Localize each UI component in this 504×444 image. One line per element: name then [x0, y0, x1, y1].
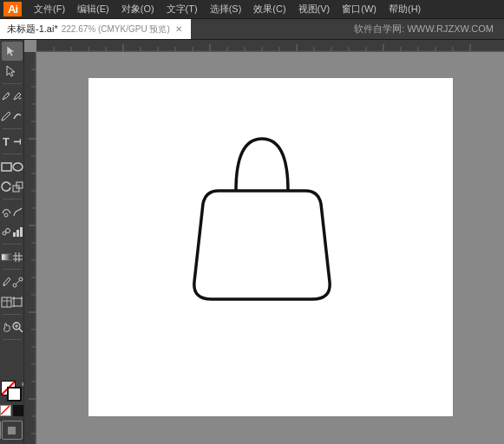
tool-separator-6 — [3, 269, 22, 270]
menu-help[interactable]: 帮助(H) — [383, 1, 426, 17]
stroke-color[interactable] — [7, 387, 22, 402]
menu-select[interactable]: 选择(S) — [205, 1, 247, 17]
tab-bar: 未标题-1.ai* 222.67% (CMYK/GPU 预览) ✕ 软件自学网:… — [0, 19, 504, 40]
svg-point-5 — [13, 163, 23, 171]
tool-reshape[interactable] — [12, 202, 23, 221]
menu-file[interactable]: 文件(F) — [29, 1, 70, 17]
screen-mode-buttons — [0, 421, 24, 442]
tool-gradient[interactable] — [1, 247, 12, 266]
svg-point-9 — [4, 213, 8, 217]
menu-bar: Ai 文件(F) 编辑(E) 对象(O) 文字(T) 选择(S) 效果(C) 视… — [0, 0, 504, 19]
tool-blend[interactable] — [12, 272, 23, 291]
svg-point-2 — [8, 93, 10, 95]
svg-marker-0 — [7, 46, 15, 56]
tool-pair-warp — [1, 202, 23, 221]
tool-zoom[interactable] — [12, 317, 23, 336]
tool-mesh[interactable] — [12, 247, 23, 266]
black-color-button[interactable] — [13, 405, 24, 416]
tool-pair-type: T T — [1, 132, 23, 151]
menu-effect[interactable]: 效果(C) — [248, 1, 291, 17]
tool-ellipse[interactable] — [12, 157, 23, 176]
menu-text[interactable]: 文字(T) — [161, 1, 203, 17]
tool-pair-rotate — [1, 177, 23, 196]
tool-symbol[interactable] — [1, 222, 12, 241]
tool-separator-7 — [3, 314, 22, 315]
color-boxes[interactable]: ⇄ — [1, 381, 23, 403]
svg-point-10 — [3, 232, 6, 235]
tool-pair-nav — [1, 317, 23, 336]
svg-rect-4 — [2, 163, 11, 171]
tool-pair-pencil — [1, 107, 23, 126]
svg-point-16 — [3, 284, 4, 286]
bag-drawing — [175, 121, 349, 312]
tool-artboard[interactable] — [12, 292, 23, 311]
svg-rect-23 — [14, 298, 22, 306]
tab-label: 未标题-1.ai* — [7, 23, 58, 36]
svg-point-11 — [5, 228, 10, 232]
tab-close-button[interactable]: ✕ — [173, 24, 184, 34]
tool-rectangle[interactable] — [1, 157, 12, 176]
tool-type-vertical[interactable]: T — [12, 132, 23, 151]
svg-text:+: + — [18, 95, 22, 101]
svg-marker-1 — [7, 66, 15, 76]
tool-pair-slice — [1, 292, 23, 311]
none-color-button[interactable] — [0, 405, 11, 416]
screen-mode-full-menu[interactable] — [2, 421, 23, 440]
main-area: + T T — [0, 40, 504, 444]
svg-rect-15 — [2, 254, 11, 260]
svg-rect-13 — [16, 230, 19, 237]
svg-point-18 — [19, 278, 23, 281]
tab-active[interactable]: 未标题-1.ai* 222.67% (CMYK/GPU 预览) ✕ — [0, 19, 192, 39]
tool-pair-pen: + — [1, 87, 23, 106]
tool-separator-5 — [3, 244, 22, 245]
tool-pair-gradient — [1, 247, 23, 266]
svg-line-29 — [19, 329, 23, 332]
ruler-left — [24, 52, 36, 444]
menu-edit[interactable]: 编辑(E) — [72, 1, 115, 17]
tool-direct-selection[interactable] — [2, 62, 23, 81]
toolbar: + T T — [0, 40, 24, 444]
svg-line-33 — [1, 406, 10, 415]
color-section: ⇄ — [0, 381, 24, 420]
mini-color-buttons — [0, 405, 24, 416]
tab-detail: 222.67% (CMYK/GPU 预览) — [62, 23, 170, 36]
menu-view[interactable]: 视图(V) — [293, 1, 336, 17]
app-logo: Ai — [3, 2, 22, 16]
tool-separator-1 — [3, 83, 22, 84]
tool-separator-8 — [3, 339, 22, 340]
tool-separator-4 — [3, 199, 22, 199]
tool-graph[interactable] — [12, 222, 23, 241]
tool-warp[interactable] — [1, 202, 12, 221]
tool-pair-rect — [1, 157, 23, 176]
svg-rect-35 — [8, 427, 16, 434]
tool-pair-symbol — [1, 222, 23, 241]
tool-pair-measure — [1, 272, 23, 291]
artboard — [88, 78, 453, 416]
tab-right-info: 软件自学网: WWW.RJZXW.COM — [344, 19, 504, 39]
tool-type[interactable]: T — [1, 132, 12, 151]
tool-separator-2 — [3, 128, 22, 129]
svg-rect-12 — [13, 232, 16, 237]
tool-scale[interactable] — [12, 177, 23, 196]
tool-selection[interactable] — [2, 42, 23, 61]
tool-smooth[interactable] — [12, 107, 23, 126]
tool-slice[interactable] — [1, 292, 12, 311]
screen-mode-normal[interactable] — [0, 421, 1, 440]
menu-window[interactable]: 窗口(W) — [337, 1, 382, 17]
tool-eyedropper[interactable] — [1, 272, 12, 291]
svg-point-17 — [13, 284, 16, 287]
svg-rect-14 — [20, 227, 23, 237]
tool-separator-3 — [3, 153, 22, 154]
ruler-top — [36, 40, 504, 52]
tool-pencil[interactable] — [1, 107, 12, 126]
tool-rotate[interactable] — [1, 177, 12, 196]
canvas-inner — [36, 52, 504, 444]
tool-pen[interactable] — [1, 87, 12, 106]
canvas-area — [24, 40, 504, 444]
svg-line-19 — [16, 281, 19, 284]
menu-object[interactable]: 对象(O) — [116, 1, 160, 17]
tool-hand[interactable] — [1, 317, 12, 336]
svg-rect-20 — [2, 297, 11, 307]
tool-pen-add[interactable]: + — [12, 87, 23, 106]
